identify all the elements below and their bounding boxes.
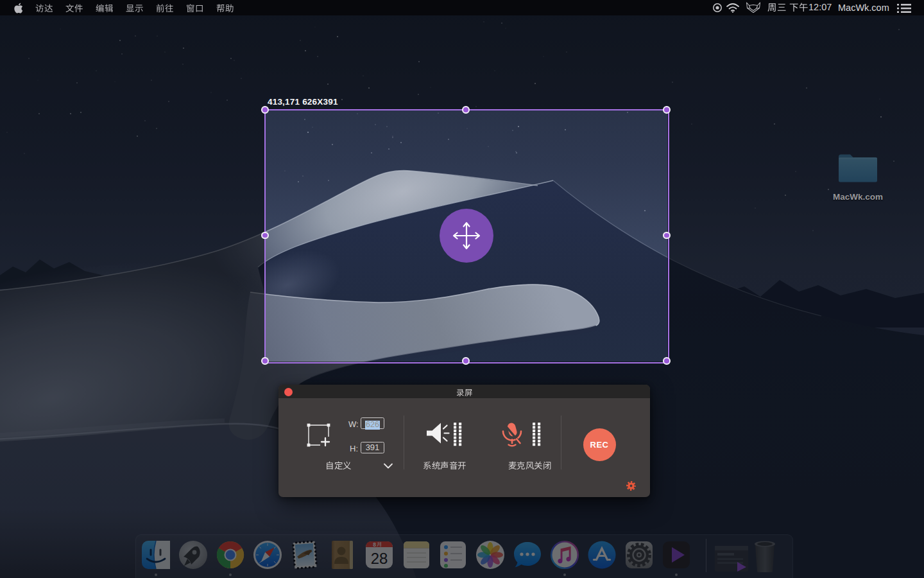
svg-text:8: 8 — [373, 541, 376, 548]
svg-text:28: 28 — [370, 550, 388, 567]
